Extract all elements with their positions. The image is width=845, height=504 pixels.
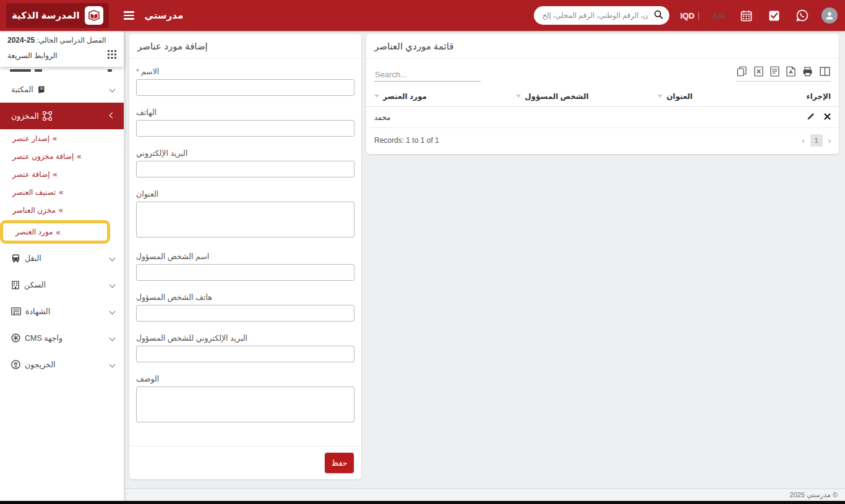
submenu-item-add-item[interactable]: إضافة عنصر « (0, 165, 124, 183)
excel-icon[interactable] (754, 66, 763, 77)
chevron-collapsed-icon (109, 255, 116, 262)
cms-globe-icon (11, 333, 20, 343)
submenu-item-items-store[interactable]: مخزن العناصر « (0, 201, 124, 219)
chevron-expanded-icon (109, 112, 116, 118)
double-chevron-icon: « (59, 187, 63, 197)
quick-links-label: الروابط السريعة (7, 51, 58, 60)
column-header-address[interactable]: العنوان (650, 87, 777, 107)
records-count: Records: 1 to 1 of 1 (374, 136, 439, 145)
sidebar-item-housing[interactable]: السكن (0, 271, 124, 298)
sort-caret-icon (516, 95, 521, 98)
building-icon (11, 281, 20, 289)
description-field-label: الوصف (136, 374, 354, 383)
required-asterisk: * (136, 67, 139, 76)
copy-icon[interactable] (737, 66, 747, 77)
double-chevron-icon: « (59, 205, 63, 215)
double-chevron-icon: « (53, 169, 58, 179)
column-header-responsible[interactable]: الشخص المسؤول (508, 87, 650, 107)
sidebar-item-inventory[interactable]: المخزون (0, 103, 124, 129)
page-footer: مدرستي 2025 © (124, 489, 845, 501)
bus-icon (11, 254, 20, 263)
responsible-phone-field[interactable] (136, 305, 354, 322)
next-page-icon[interactable]: › (828, 136, 831, 145)
chevron-collapsed-icon (109, 335, 116, 341)
cell-responsible (508, 107, 650, 128)
sidebar-menu: المكتبة المخزون إصدار عنصر « إضافة مخزون… (0, 74, 124, 378)
name-field[interactable] (136, 79, 354, 96)
library-book-icon (37, 85, 46, 94)
address-field[interactable] (136, 202, 354, 237)
column-visibility-icon[interactable] (820, 67, 830, 76)
chevron-collapsed-icon (109, 362, 116, 368)
email-field[interactable] (136, 161, 354, 177)
tasks-checkbox-icon[interactable] (768, 9, 781, 22)
prev-page-icon[interactable]: ‹ (802, 136, 804, 145)
search-icon[interactable] (654, 10, 663, 22)
bottom-black-bar (0, 501, 845, 504)
double-chevron-icon: « (56, 228, 61, 237)
currency-selector[interactable]: IQD (680, 11, 699, 20)
page-number[interactable]: 1 (810, 134, 823, 147)
copyright-text: مدرستي 2025 © (790, 491, 838, 499)
global-search (534, 6, 669, 25)
column-header-actions: الإجراء (778, 87, 839, 107)
chevron-collapsed-icon (109, 87, 116, 93)
description-field[interactable] (136, 387, 354, 422)
submenu-item-issue-item[interactable]: إصدار عنصر « (0, 129, 124, 147)
user-avatar[interactable] (821, 7, 838, 23)
submenu-item-item-supplier[interactable]: مورد العنصر « (3, 223, 107, 241)
quick-links-grid-icon[interactable] (108, 50, 116, 61)
app-logo[interactable]: المدرسة الذكية (6, 3, 109, 28)
responsible-phone-field-label: هاتف الشخص المسؤول (136, 293, 354, 302)
responsible-name-field[interactable] (136, 264, 354, 281)
chevron-collapsed-icon (109, 282, 116, 288)
school-book-icon (85, 6, 103, 25)
certificate-icon (11, 307, 21, 315)
email-field-label: البريد الإلكتروني (136, 148, 354, 158)
phone-field[interactable] (136, 120, 354, 137)
logo-text: المدرسة الذكية (12, 10, 80, 21)
double-chevron-icon: « (77, 152, 81, 161)
current-semester-label: الفصل الدراسي الحالي: 25-2024 (7, 36, 116, 45)
csv-file-icon[interactable] (770, 66, 779, 77)
sidebar-item-certificate[interactable]: الشهادة (0, 298, 124, 325)
sidebar-item-graduates[interactable]: الخريجون (0, 351, 124, 378)
active-submenu-highlight: مورد العنصر « (0, 220, 110, 244)
table-search-input[interactable] (374, 68, 481, 82)
language-selector[interactable]: Ara (713, 11, 725, 20)
responsible-email-field-label: البريد الإلكتروني للشخص المسؤول (136, 333, 354, 343)
top-header: المدرسة الذكية مدرستي IQD Ara (0, 0, 845, 31)
submenu-item-add-item-stock[interactable]: إضافة مخزون عنصر « (0, 147, 124, 165)
inventory-submenu: إصدار عنصر « إضافة مخزون عنصر « إضافة عن… (0, 129, 124, 244)
sidebar-item-transport[interactable]: النقل (0, 245, 124, 271)
form-panel-title: إضافة مورد عناصر (137, 41, 208, 52)
submenu-item-item-category[interactable]: تصنيف العنصر « (0, 183, 124, 201)
delete-x-icon[interactable] (824, 113, 831, 121)
suppliers-list-panel: قائمة موردي العناصر (366, 34, 839, 154)
chevron-collapsed-icon (109, 309, 116, 315)
semester-card: الفصل الدراسي الحالي: 25-2024 الروابط ال… (0, 31, 124, 67)
pagination: ‹ 1 › (802, 134, 831, 147)
app-title: مدرستي (145, 10, 184, 21)
print-icon[interactable] (802, 67, 813, 77)
column-header-supplier[interactable]: مورد العنصر (366, 87, 508, 107)
whatsapp-icon[interactable] (796, 9, 809, 22)
table-row: محمد (366, 107, 839, 128)
main-content: إضافة مورد عناصر *الاسم الهاتف البريد ال… (124, 31, 845, 489)
list-panel-title: قائمة موردي العناصر (374, 41, 454, 52)
sidebar-item-cms[interactable]: CMS واجهة (0, 325, 124, 351)
sidebar-item-library[interactable]: المكتبة (0, 76, 124, 103)
edit-pencil-icon[interactable] (807, 113, 815, 122)
semester-value: 25-2024 (7, 36, 35, 45)
sidebar: الفصل الدراسي الحالي: 25-2024 الروابط ال… (0, 31, 124, 501)
global-search-input[interactable] (541, 11, 651, 20)
responsible-email-field[interactable] (136, 346, 354, 362)
pdf-icon[interactable] (786, 66, 796, 77)
menu-toggle-icon[interactable] (124, 11, 134, 19)
inventory-box-icon (43, 111, 52, 121)
export-toolbar (736, 66, 831, 82)
name-field-label: *الاسم (136, 67, 354, 76)
calendar-icon[interactable] (740, 9, 753, 22)
add-supplier-panel: إضافة مورد عناصر *الاسم الهاتف البريد ال… (129, 34, 361, 479)
save-button[interactable]: حفظ (325, 453, 354, 473)
